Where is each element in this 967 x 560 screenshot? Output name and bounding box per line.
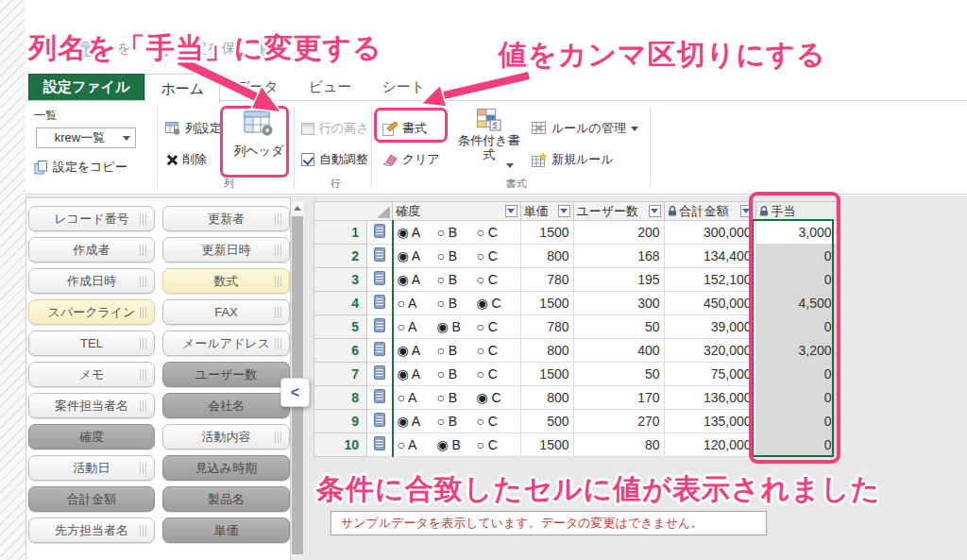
radio-option[interactable]: ○ A (398, 319, 437, 334)
field-button-used[interactable]: ユーザー数 (162, 362, 290, 387)
radio-option[interactable]: ◉ C (477, 390, 517, 405)
radio-cell[interactable]: ○ A◉ B○ C (393, 315, 521, 339)
row-header[interactable]: 2 (314, 245, 367, 268)
column-header-teate[interactable]: 手当 (755, 202, 836, 221)
allowance-cell[interactable]: 4,500 (755, 292, 836, 315)
radio-option[interactable]: ○ A (398, 437, 437, 452)
record-link-cell[interactable] (367, 363, 393, 386)
field-button[interactable]: 更新者 (162, 206, 290, 231)
radio-option[interactable]: ◉ A (398, 366, 437, 382)
tab-home[interactable]: ホーム (144, 74, 220, 103)
users-cell[interactable]: 270 (573, 410, 664, 433)
field-button[interactable]: スパークライン (28, 299, 155, 325)
price-cell[interactable]: 800 (520, 386, 573, 410)
field-button[interactable]: 更新日時 (162, 237, 290, 263)
allowance-cell[interactable]: 0 (755, 410, 836, 433)
users-cell[interactable]: 50 (573, 315, 664, 339)
settings-file-button[interactable]: 設定ファイル (28, 74, 144, 101)
price-cell[interactable]: 780 (520, 315, 573, 339)
radio-option[interactable]: ○ C (477, 414, 517, 429)
filter-dropdown-icon[interactable] (505, 205, 517, 217)
radio-option[interactable]: ○ B (437, 414, 477, 429)
field-button[interactable]: 活動内容 (162, 424, 290, 450)
format-button[interactable]: 書式 (382, 120, 427, 137)
record-link-cell[interactable] (367, 315, 393, 339)
radio-cell[interactable]: ◉ A○ B○ C (393, 363, 521, 386)
row-header[interactable]: 6 (314, 339, 367, 363)
column-header-button[interactable]: 列ヘッダ (229, 110, 288, 160)
field-button-used[interactable]: 合計金額 (28, 486, 155, 512)
clear-button[interactable]: クリア (382, 151, 440, 168)
field-button[interactable]: 数式 (162, 268, 290, 294)
tab-data[interactable]: データ (220, 74, 294, 101)
total-cell[interactable]: 152,100 (664, 268, 755, 292)
radio-option[interactable]: ◉ B (437, 319, 477, 334)
radio-option[interactable]: ○ B (437, 366, 477, 382)
field-button[interactable]: レコード番号 (28, 206, 155, 231)
row-header[interactable]: 10 (314, 433, 367, 457)
radio-cell[interactable]: ○ A○ B◉ C (393, 292, 521, 315)
allowance-cell[interactable]: 0 (755, 268, 836, 292)
scroll-up-arrow-icon[interactable] (291, 201, 304, 215)
record-link-cell[interactable] (367, 410, 393, 433)
radio-option[interactable]: ◉ C (477, 296, 517, 311)
radio-option[interactable]: ○ B (437, 272, 477, 287)
field-button-used[interactable]: 単価 (162, 518, 290, 543)
price-cell[interactable]: 1500 (520, 433, 573, 457)
allowance-cell[interactable]: 3,200 (755, 339, 836, 363)
allowance-cell[interactable]: 3,000 (755, 221, 836, 245)
field-button-used[interactable]: 見込み時期 (162, 455, 290, 481)
price-cell[interactable]: 1500 (520, 221, 573, 245)
price-cell[interactable]: 500 (520, 410, 573, 433)
radio-cell[interactable]: ◉ A○ B○ C (393, 245, 521, 268)
column-header-kakudo[interactable]: 確度 (393, 202, 521, 221)
total-cell[interactable]: 300,000 (664, 221, 755, 245)
manage-rules-button[interactable]: ルールの管理 (532, 120, 638, 137)
field-button-used[interactable]: 確度 (28, 424, 155, 450)
row-header[interactable]: 9 (314, 410, 367, 433)
radio-option[interactable]: ○ A (398, 296, 437, 311)
radio-option[interactable]: ○ C (477, 366, 517, 382)
users-cell[interactable]: 300 (573, 292, 664, 315)
radio-option[interactable]: ○ C (477, 319, 517, 334)
total-cell[interactable]: 134,400 (664, 245, 755, 268)
radio-cell[interactable]: ◉ A○ B○ C (393, 410, 521, 433)
field-button[interactable]: FAX (162, 299, 290, 325)
row-header[interactable]: 7 (314, 363, 367, 386)
price-cell[interactable]: 1500 (520, 363, 573, 386)
total-cell[interactable]: 120,000 (664, 433, 755, 457)
radio-option[interactable]: ◉ A (398, 225, 437, 240)
field-button[interactable]: 作成者 (28, 237, 155, 263)
conditional-format-button[interactable]: 条件付き書式 (452, 109, 526, 168)
field-button-used[interactable]: 会社名 (162, 393, 290, 418)
allowance-cell[interactable]: 0 (755, 315, 836, 339)
field-button[interactable]: 案件担当者名 (28, 393, 155, 418)
radio-option[interactable]: ○ B (437, 343, 477, 358)
record-link-cell[interactable] (367, 433, 393, 457)
users-cell[interactable]: 200 (573, 221, 664, 245)
users-cell[interactable]: 80 (573, 433, 664, 457)
row-header[interactable]: 8 (314, 386, 367, 410)
autofit-button[interactable]: 自動調整 (301, 151, 368, 168)
total-cell[interactable]: 136,000 (664, 386, 755, 410)
field-button[interactable]: メモ (28, 362, 155, 387)
radio-option[interactable]: ○ C (477, 225, 517, 240)
new-rule-button[interactable]: 新規ルール (532, 151, 614, 168)
radio-cell[interactable]: ◉ A○ B○ C (393, 268, 521, 292)
total-cell[interactable]: 75,000 (664, 363, 755, 386)
record-link-cell[interactable] (367, 221, 393, 245)
total-cell[interactable]: 39,000 (664, 315, 755, 339)
users-cell[interactable]: 170 (573, 386, 664, 410)
record-link-cell[interactable] (367, 245, 393, 268)
radio-option[interactable]: ○ C (477, 248, 517, 263)
field-button[interactable]: メールアドレス (162, 331, 290, 356)
field-button-used[interactable]: 製品名 (162, 486, 290, 512)
radio-option[interactable]: ○ A (398, 390, 437, 405)
column-header-tanka[interactable]: 単価 (520, 202, 573, 221)
select-all-corner[interactable] (314, 202, 393, 221)
allowance-cell[interactable]: 0 (755, 386, 836, 410)
price-cell[interactable]: 780 (520, 268, 573, 292)
field-button[interactable]: TEL (28, 331, 155, 356)
delete-column-button[interactable]: 削除 (165, 151, 207, 168)
radio-option[interactable]: ○ C (477, 343, 517, 358)
